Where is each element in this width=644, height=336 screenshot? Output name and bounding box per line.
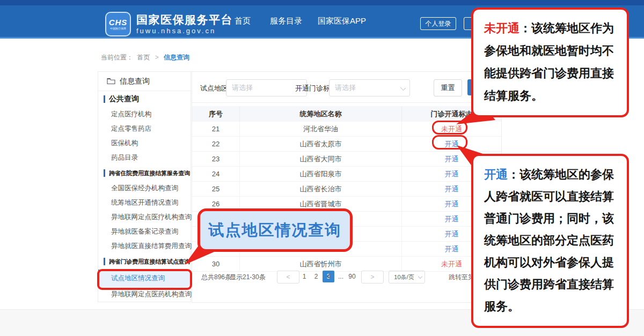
section-marker [104, 169, 105, 177]
sidebar-item-designated-pharmacies[interactable]: 定点零售药店 [98, 122, 191, 136]
page-size-select[interactable]: 10条/页 [389, 271, 425, 283]
filter-region-placeholder: 请选择 [232, 83, 253, 93]
open-badge-highlight-ring [432, 135, 467, 150]
personal-login-button[interactable]: 个人登录 [420, 17, 456, 30]
sidebar: 信息查询 公共查询 定点医疗机构 定点零售药店 医保机构 药品目录 跨省住院费用… [98, 71, 191, 302]
sidebar-item-settlement-fee-query[interactable]: 异地就医直接结算费用查询 [98, 239, 191, 253]
breadcrumb-separator: > [155, 54, 159, 61]
sidebar-group-inpatient: 跨省住院费用直接结算服务查询 [98, 165, 191, 181]
col-region-name: 统筹地区名称 [240, 106, 402, 122]
cell-seq: 21 [192, 122, 240, 136]
main-panel: 试点地区 请选择 开通门诊标志 请选择 重置 序号 统筹地区名称 门诊开通标志 … [192, 71, 502, 303]
sidebar-group-title: 公共查询 [109, 94, 139, 104]
cell-region: 山西省大同市 [240, 152, 402, 166]
filter-region-label: 试点地区 [200, 84, 228, 93]
section-marker [104, 258, 105, 265]
sidebar-item-filing-records-query[interactable]: 异地就医备案记录查询 [98, 225, 191, 239]
sidebar-item-region-open-status-query[interactable]: 统筹地区开通情况查询 [98, 196, 191, 210]
sidebar-item-highlight-ring [97, 269, 192, 290]
table-row: 24 山西省阳泉市 开通 [192, 167, 501, 182]
site-title-block: 国家医保服务平台 fuwu.nhsa.gov.cn [136, 13, 233, 35]
breadcrumb-prefix: 当前位置： [101, 54, 133, 61]
site-url: fuwu.nhsa.gov.cn [136, 26, 233, 35]
col-seq: 序号 [192, 106, 240, 122]
cell-seq: 22 [192, 137, 240, 151]
open-body: ：该统筹地区的参保人跨省就医可以直接结算普通门诊费用；同时，该统筹地区的部分定点… [484, 168, 614, 313]
sidebar-root-label: 信息查询 [120, 77, 150, 86]
jump-to-page-label: 跳转至第 [449, 273, 474, 282]
open-status-note: 开通：该统筹地区的参保人跨省就医可以直接结算普通门诊费用；同时，该统筹地区的部分… [471, 154, 629, 328]
table-row: 25 山西省长治市 开通 [192, 182, 501, 197]
pagination-total: 总共896条 [201, 273, 231, 282]
table-header: 序号 统筹地区名称 门诊开通标志 [192, 106, 501, 122]
page-size-value: 10条/页 [394, 273, 414, 281]
sidebar-group-outpatient-pilot: 跨省门诊费用直接结算试点查询 [98, 253, 191, 270]
nav-app[interactable]: 国家医保APP [318, 16, 366, 26]
sidebar-root[interactable]: 信息查询 [98, 72, 191, 91]
pilot-region-callout: 试点地区情况查询 [197, 208, 353, 252]
page-number-2[interactable]: 2 [310, 271, 322, 282]
sidebar-group-public: 公共查询 [98, 91, 191, 107]
page-number-4[interactable]: 4 [323, 271, 335, 282]
logo-badge-text: CHS [109, 18, 128, 27]
page-number-90[interactable]: 90 [345, 271, 360, 282]
sidebar-item-insurance-agencies[interactable]: 医保机构 [98, 136, 191, 151]
table-row: 23 山西省大同市 开通 [192, 152, 501, 167]
cell-region: 山西省阳泉市 [240, 167, 402, 181]
callout-label: 试点地区情况查询 [209, 220, 342, 241]
section-marker [104, 95, 105, 103]
breadcrumb-current: 信息查询 [164, 54, 189, 61]
site-logo[interactable]: CHS 中国医疗保障 国家医保服务平台 fuwu.nhsa.gov.cn [105, 12, 233, 36]
closed-badge-highlight-ring [432, 121, 467, 135]
sidebar-item-networked-hospitals-query[interactable]: 异地联网定点医疗机构查询 [98, 210, 191, 225]
site-title: 国家医保服务平台 [136, 13, 233, 26]
logo-badge-subtext: 中国医疗保障 [110, 27, 126, 30]
next-page-button[interactable]: > [361, 271, 384, 283]
nav-home[interactable]: 首页 [235, 16, 251, 26]
sidebar-item-designated-hospitals[interactable]: 定点医疗机构 [98, 107, 191, 122]
pagination-range: 显示21-30条 [230, 273, 266, 282]
filter-flag-placeholder: 请选择 [335, 83, 356, 93]
chevron-down-icon [400, 85, 406, 91]
prev-page-button[interactable]: < [277, 271, 299, 283]
sidebar-group-title: 跨省门诊费用直接结算试点查询 [109, 258, 190, 266]
header-top-strip [0, 0, 644, 5]
sidebar-item-national-agencies-query[interactable]: 全国医保经办机构查询 [98, 181, 191, 196]
open-term: 开通 [484, 168, 508, 181]
sidebar-group-title: 跨省住院费用直接结算服务查询 [109, 169, 190, 177]
page: CHS 中国医疗保障 国家医保服务平台 fuwu.nhsa.gov.cn 首页 … [0, 0, 644, 336]
cell-seq: 25 [192, 182, 240, 196]
cell-region: 河北省华油 [240, 122, 402, 136]
breadcrumb: 当前位置： 首页 > 信息查询 [101, 53, 189, 62]
sidebar-item-drug-catalog[interactable]: 药品目录 [98, 151, 191, 165]
breadcrumb-home[interactable]: 首页 [137, 54, 150, 61]
closed-status-note: 未开通：该统筹地区作为参保地和就医地暂时均不能提供跨省门诊费用直接结算服务。 [471, 8, 629, 117]
nav-service-catalog[interactable]: 服务目录 [270, 16, 302, 26]
reset-button[interactable]: 重置 [434, 79, 462, 96]
cell-region: 山西省长治市 [240, 182, 402, 196]
cell-seq: 24 [192, 167, 240, 181]
page-number-1[interactable]: 1 [298, 271, 310, 282]
pagination: 总共896条 显示21-30条 < 1 2 3 4 ... 90 > 10条/页… [192, 269, 501, 284]
filter-divider [192, 102, 501, 103]
chevron-down-icon [418, 274, 422, 279]
folder-icon [107, 78, 115, 85]
cell-seq: 23 [192, 152, 240, 166]
cell-region: 山西省太原市 [240, 137, 402, 151]
closed-term: 未开通 [484, 21, 519, 35]
logo-icon: CHS 中国医疗保障 [105, 12, 131, 36]
filter-flag-select[interactable]: 请选择 [329, 79, 410, 96]
